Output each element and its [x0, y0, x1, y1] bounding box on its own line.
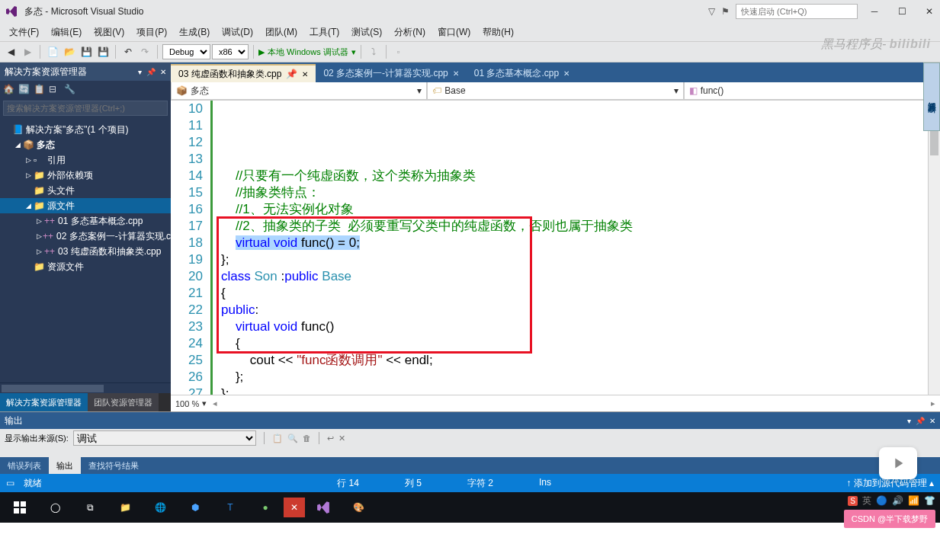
cortana-icon[interactable]: ◯: [38, 493, 72, 522]
tray-icon[interactable]: 👕: [924, 495, 935, 506]
external-deps-node[interactable]: ▷📁外部依赖项: [0, 168, 171, 183]
ime-icon[interactable]: S: [848, 496, 858, 506]
tab-output[interactable]: 输出: [49, 457, 81, 474]
menu-item[interactable]: 视图(V): [88, 26, 130, 39]
menu-item[interactable]: 工具(T): [303, 26, 345, 39]
paint-icon[interactable]: 🎨: [342, 493, 375, 522]
video-play-overlay[interactable]: [879, 447, 917, 479]
home-icon[interactable]: 🏠: [3, 84, 15, 96]
right-collapsed-tabs[interactable]: 通知 诊断工具: [923, 62, 940, 131]
output-source-select[interactable]: 调试: [73, 430, 256, 446]
taskview-icon[interactable]: ⧉: [73, 493, 107, 522]
tray-icon[interactable]: 🔵: [876, 495, 887, 506]
explorer-icon[interactable]: 📁: [108, 493, 142, 522]
close-icon[interactable]: ✕: [302, 70, 308, 78]
feedback-icon[interactable]: ⚑: [721, 6, 730, 17]
source-file-item[interactable]: ▷++01 多态基本概念.cpp: [0, 213, 171, 229]
tab-team-explorer[interactable]: 团队资源管理器: [88, 393, 159, 411]
close-button[interactable]: ✕: [919, 2, 940, 21]
output-clear-icon[interactable]: ✕: [338, 434, 345, 443]
panel-dropdown-icon[interactable]: ▾: [907, 417, 911, 425]
nav-back-icon[interactable]: ◀: [3, 44, 18, 59]
tray-icon[interactable]: 📶: [908, 495, 919, 506]
edge-icon[interactable]: 🌐: [143, 493, 177, 522]
collapse-icon[interactable]: ⊟: [49, 84, 61, 96]
app-icon[interactable]: T: [213, 493, 247, 522]
source-file-item[interactable]: ▷++03 纯虚函数和抽象类.cpp: [0, 244, 171, 259]
vs-taskbar-icon[interactable]: [306, 493, 340, 522]
scope-combo[interactable]: 📦多态▾: [171, 82, 427, 100]
code-editor[interactable]: 101112131415161718192021222324252627 //只…: [171, 101, 940, 395]
references-node[interactable]: ▷▫引用: [0, 152, 171, 168]
member-combo[interactable]: ◧func()▾: [684, 82, 940, 100]
app-icon[interactable]: ⬢: [178, 493, 212, 522]
source-file-item[interactable]: ▷++02 多态案例一-计算器实现.c: [0, 229, 171, 244]
output-toolbar: 显示输出来源(S): 调试 📋 🔍 🗑 ↩ ✕: [0, 429, 940, 447]
tray-icon[interactable]: 🔊: [892, 495, 903, 506]
pin-icon[interactable]: 📌: [286, 69, 297, 79]
ime-lang[interactable]: 英: [862, 494, 871, 507]
panel-close-icon[interactable]: ✕: [929, 417, 935, 425]
menu-item[interactable]: 测试(S): [345, 26, 388, 39]
save-all-icon[interactable]: 💾: [95, 44, 111, 59]
menu-item[interactable]: 窗口(W): [432, 26, 476, 39]
output-action-icon[interactable]: 🔍: [287, 434, 298, 443]
zoom-level[interactable]: 100 %: [175, 399, 199, 408]
panel-pin-icon[interactable]: 📌: [916, 417, 925, 425]
resources-folder[interactable]: 📁资源文件: [0, 259, 171, 274]
refresh-icon[interactable]: 🔄: [18, 84, 30, 96]
platform-select[interactable]: x86: [212, 44, 249, 59]
status-window-icon[interactable]: ▭: [6, 478, 14, 488]
file-tab[interactable]: 03 纯虚函数和抽象类.cpp📌✕: [171, 64, 316, 82]
redo-icon[interactable]: ↷: [137, 44, 152, 59]
menu-item[interactable]: 分析(N): [388, 26, 432, 39]
nav-fwd-icon[interactable]: ▶: [20, 44, 35, 59]
headers-folder[interactable]: 📁头文件: [0, 183, 171, 198]
tab-solution-explorer[interactable]: 解决方案资源管理器: [0, 393, 88, 411]
properties-icon[interactable]: 🔧: [64, 84, 76, 96]
menu-item[interactable]: 调试(D): [216, 26, 259, 39]
tab-error-list[interactable]: 错误列表: [0, 457, 49, 474]
solution-node[interactable]: 📘解决方案"多态"(1 个项目): [0, 122, 171, 137]
quick-launch-input[interactable]: [736, 4, 858, 19]
show-all-icon[interactable]: 📋: [34, 84, 46, 96]
project-node[interactable]: ◢📦多态: [0, 137, 171, 152]
app-icon[interactable]: ✕: [284, 498, 305, 517]
menu-item[interactable]: 项目(P): [130, 26, 173, 39]
file-tab[interactable]: 02 多态案例一-计算器实现.cpp✕: [316, 64, 466, 82]
app-icon[interactable]: ●: [249, 493, 282, 522]
panel-dropdown-icon[interactable]: ▾: [138, 68, 142, 76]
new-file-icon[interactable]: 📄: [45, 44, 60, 59]
panel-pin-icon[interactable]: 📌: [146, 68, 156, 76]
menu-item[interactable]: 文件(F): [3, 26, 45, 39]
output-action-icon[interactable]: 📋: [272, 434, 283, 443]
sources-folder[interactable]: ◢📁源文件: [0, 198, 171, 213]
menu-item[interactable]: 团队(M): [259, 26, 303, 39]
output-action-icon[interactable]: 🗑: [303, 434, 311, 443]
config-select[interactable]: Debug: [162, 44, 210, 59]
menu-item[interactable]: 生成(B): [173, 26, 216, 39]
menu-item[interactable]: 编辑(E): [45, 26, 88, 39]
step-icon[interactable]: ⤵: [366, 44, 381, 59]
solution-search-input[interactable]: [3, 101, 168, 116]
panel-close-icon[interactable]: ✕: [160, 68, 166, 76]
close-icon[interactable]: ✕: [453, 69, 459, 78]
watermark-tag: CSDN @半下载梦野: [844, 510, 935, 528]
start-button[interactable]: [3, 493, 37, 522]
tab-find-symbols[interactable]: 查找符号结果: [81, 457, 146, 474]
maximize-button[interactable]: ☐: [891, 2, 913, 21]
vertical-scrollbar[interactable]: [928, 101, 940, 395]
output-wrap-icon[interactable]: ↩: [327, 434, 334, 443]
filter-icon[interactable]: ▽: [708, 6, 715, 17]
code-body[interactable]: //只要有一个纯虚函数，这个类称为抽象类 //抽象类特点： //1、无法实例化对…: [210, 101, 928, 395]
file-tab[interactable]: 01 多态基本概念.cpp✕: [467, 64, 577, 82]
menu-item[interactable]: 帮助(H): [476, 26, 520, 39]
save-icon[interactable]: 💾: [79, 44, 94, 59]
run-debug-button[interactable]: ▶ 本地 Windows 调试器 ▾: [258, 46, 356, 58]
minimize-button[interactable]: ─: [864, 2, 885, 21]
undo-icon[interactable]: ↶: [120, 44, 136, 59]
class-combo[interactable]: 🏷Base▾: [427, 82, 683, 100]
misc-toolbar-icon[interactable]: ▫: [391, 44, 406, 59]
close-icon[interactable]: ✕: [563, 69, 569, 78]
open-file-icon[interactable]: 📂: [62, 44, 77, 59]
